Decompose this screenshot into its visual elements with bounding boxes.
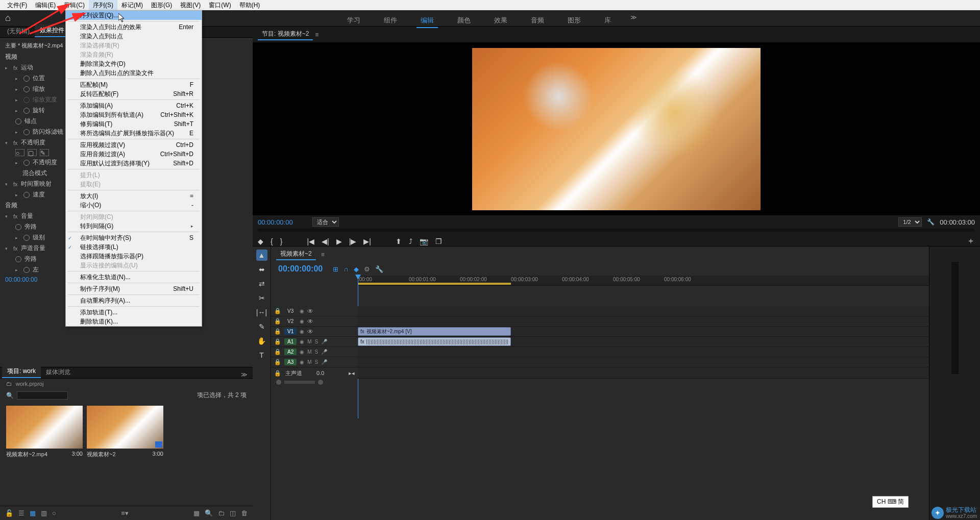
- new-bin-icon[interactable]: 🗀: [218, 509, 225, 517]
- mask-rect-icon[interactable]: ▢: [28, 149, 37, 156]
- add-marker-button[interactable]: ◆: [258, 237, 263, 245]
- new-item-icon[interactable]: ◫: [230, 509, 236, 517]
- tab-no-clip[interactable]: (无剪辑): [2, 26, 35, 37]
- program-tab-menu[interactable]: ≡: [315, 31, 318, 38]
- timeline-settings-icon[interactable]: ⚙: [364, 265, 370, 273]
- menuitem-apply-audio-transition[interactable]: 应用音频过渡(A)Ctrl+Shift+D: [66, 150, 202, 159]
- menuitem-delete-render-files[interactable]: 删除渲染文件(D): [66, 59, 202, 68]
- menu-window[interactable]: 窗口(W): [205, 0, 235, 11]
- opacity-val-prop[interactable]: 不透明度: [33, 158, 57, 167]
- type-tool[interactable]: T: [256, 350, 267, 361]
- audio-clip[interactable]: fx: [358, 337, 511, 346]
- stopwatch-level[interactable]: [23, 235, 30, 241]
- work-area-bar[interactable]: [358, 283, 511, 285]
- program-scrubber[interactable]: [258, 229, 975, 232]
- track-target-v2[interactable]: ◉: [300, 318, 304, 324]
- snap-icon[interactable]: ⊞: [333, 265, 338, 273]
- track-voice-a2[interactable]: 🎤: [321, 349, 327, 355]
- menuitem-add-edit-all[interactable]: 添加编辑到所有轨道(A)Ctrl+Shift+K: [66, 110, 202, 119]
- freeform-view-icon[interactable]: ▥: [41, 509, 47, 517]
- search-icon[interactable]: 🔍: [6, 392, 14, 399]
- workspace-editing[interactable]: 编辑: [416, 14, 438, 28]
- track-target-a1[interactable]: ◉: [300, 339, 304, 344]
- export-frame-button[interactable]: 📷: [420, 237, 428, 245]
- program-settings-icon[interactable]: 🔧: [927, 218, 935, 226]
- menuitem-apply-video-transition[interactable]: 应用视频过渡(V)Ctrl+D: [66, 140, 202, 150]
- linked-selection-icon[interactable]: ∩: [344, 265, 348, 273]
- menu-clip[interactable]: 剪辑(C): [60, 0, 89, 11]
- track-voice-a1[interactable]: 🎤: [321, 339, 327, 344]
- menuitem-sequence-settings[interactable]: 序列设置(Q)...: [66, 11, 202, 20]
- stopwatch-speed[interactable]: [23, 192, 30, 198]
- menu-edit[interactable]: 编辑(E): [31, 0, 60, 11]
- menuitem-zoom-out[interactable]: 缩小(O)-: [66, 201, 202, 210]
- menu-sequence[interactable]: 序列(S): [89, 0, 117, 11]
- zoom-knob-left[interactable]: [276, 380, 281, 385]
- stopwatch-opacity[interactable]: [23, 160, 30, 166]
- track-solo-a2[interactable]: S: [315, 349, 318, 355]
- automate-to-sequence-icon[interactable]: ▦: [193, 509, 200, 517]
- timeline-tab-menu[interactable]: ≡: [321, 251, 325, 258]
- workspace-audio[interactable]: 音频: [527, 14, 548, 28]
- menuitem-delete-tracks[interactable]: 删除轨道(K)...: [66, 317, 202, 326]
- track-label-v2[interactable]: V2: [284, 318, 297, 325]
- ime-indicator[interactable]: CH ⌨ 简: [872, 496, 909, 508]
- track-toggle-v1[interactable]: 👁: [307, 328, 313, 335]
- track-lock-a1[interactable]: 🔒: [274, 338, 281, 345]
- bypass-prop[interactable]: 旁路: [24, 222, 37, 231]
- program-zoom-select[interactable]: 1/2: [898, 217, 922, 227]
- button-editor-plus[interactable]: ＋: [967, 236, 975, 246]
- menuitem-auto-reframe[interactable]: 自动重构序列(A)...: [66, 296, 202, 305]
- play-button[interactable]: ▶: [336, 237, 342, 245]
- hand-tool[interactable]: ✋: [256, 335, 267, 346]
- tab-media-browser[interactable]: 媒体浏览: [41, 366, 76, 378]
- track-label-a3[interactable]: A3: [284, 359, 297, 365]
- track-lock-master[interactable]: 🔒: [274, 370, 281, 377]
- project-item-sequence[interactable]: 视频素材~23:00: [87, 406, 163, 502]
- level-prop[interactable]: 级别: [33, 233, 45, 242]
- timeline-ruler[interactable]: :00:00 00:00:01:00 00:00:02:00 00:00:03:…: [358, 276, 929, 286]
- menuitem-apply-default-transition[interactable]: 应用默认过渡到选择项(Y)Shift+D: [66, 159, 202, 168]
- track-lock-v2[interactable]: 🔒: [274, 318, 281, 325]
- menuitem-extend-to-playhead[interactable]: 将所选编辑点扩展到播放指示器(X)E: [66, 129, 202, 138]
- blend-mode-prop[interactable]: 混合模式: [22, 169, 47, 178]
- track-label-v1[interactable]: V1: [284, 328, 297, 335]
- track-lock-v3[interactable]: 🔒: [274, 308, 281, 314]
- stopwatch-position[interactable]: [23, 76, 30, 82]
- program-title[interactable]: 节目: 视频素材~2: [258, 29, 313, 40]
- track-lock-a2[interactable]: 🔒: [274, 349, 281, 355]
- stopwatch-antiflicker[interactable]: [23, 129, 30, 135]
- menuitem-normalize-master[interactable]: 标准化主轨道(N)...: [66, 273, 202, 282]
- tab-project[interactable]: 项目: work: [2, 365, 41, 378]
- comparison-view-button[interactable]: ❐: [435, 237, 442, 245]
- track-target-v1[interactable]: ◉: [300, 329, 304, 334]
- menuitem-linked-selection[interactable]: ✓链接选择项(L): [66, 242, 202, 252]
- track-select-tool[interactable]: ⬌: [256, 264, 267, 275]
- workspace-assembly[interactable]: 组件: [380, 14, 401, 28]
- menuitem-trim-edit[interactable]: 修剪编辑(T)Shift+T: [66, 119, 202, 129]
- volume-effect[interactable]: 音量: [21, 212, 33, 220]
- menuitem-zoom-in[interactable]: 放大(I)=: [66, 191, 202, 201]
- project-item-thumbnail[interactable]: [6, 406, 83, 449]
- track-lock-a3[interactable]: 🔒: [274, 359, 281, 365]
- stopwatch-anchor[interactable]: [15, 118, 21, 125]
- track-label-a1[interactable]: A1: [284, 338, 297, 345]
- zoom-knob-right[interactable]: [318, 380, 323, 385]
- position-prop[interactable]: 位置: [33, 74, 45, 83]
- time-remap-effect[interactable]: 时间重映射: [21, 180, 52, 188]
- audio-meters[interactable]: [929, 246, 980, 520]
- track-solo-a3[interactable]: S: [315, 359, 318, 365]
- razor-tool[interactable]: ✂: [256, 292, 267, 304]
- workspace-graphics[interactable]: 图形: [564, 14, 585, 28]
- menu-help[interactable]: 帮助(H): [235, 0, 264, 11]
- stopwatch-bypass2[interactable]: [15, 256, 21, 262]
- track-target-a2[interactable]: ◉: [300, 349, 304, 355]
- workspace-color[interactable]: 颜色: [453, 14, 475, 28]
- video-clip[interactable]: fx视频素材~2.mp4 [V]: [358, 327, 511, 336]
- menuitem-render-in-out-effects[interactable]: 渲染入点到出点的效果Enter: [66, 22, 202, 32]
- anchor-prop[interactable]: 锚点: [24, 117, 37, 126]
- motion-effect[interactable]: 运动: [21, 63, 33, 72]
- selection-tool[interactable]: ▲: [256, 250, 267, 261]
- stopwatch-scale[interactable]: [23, 86, 30, 92]
- pen-tool[interactable]: ✎: [256, 321, 267, 332]
